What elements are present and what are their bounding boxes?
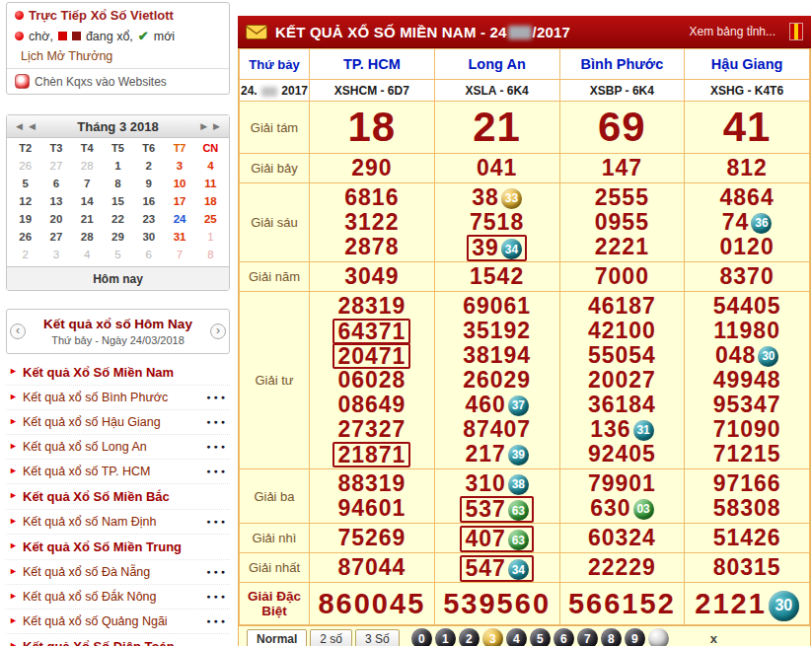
- calendar-day-header: T4: [72, 140, 103, 157]
- calendar-day[interactable]: 3: [164, 157, 194, 175]
- calendar-day[interactable]: 7: [164, 246, 194, 263]
- sidebar-link[interactable]: ►Kết quả xổ số Đà Nẵng●●●: [6, 560, 230, 585]
- province-header[interactable]: TP. HCM: [310, 49, 435, 80]
- prev-month-icon[interactable]: ◀: [26, 121, 38, 131]
- link-label: Kết quả Xổ Số Miền Trung: [23, 539, 182, 554]
- view-province-table-link[interactable]: Xem bảng tỉnh...: [690, 25, 775, 38]
- calendar-day[interactable]: 7: [72, 175, 103, 192]
- draw-code[interactable]: XSHG - K4T6: [685, 80, 810, 102]
- calendar-day[interactable]: 9: [133, 175, 164, 192]
- calendar-day[interactable]: 29: [103, 228, 133, 246]
- calendar-day[interactable]: 25: [195, 210, 226, 228]
- result-number: 69: [598, 104, 646, 150]
- calendar-day[interactable]: 27: [40, 228, 71, 246]
- digit-ball-7[interactable]: 7: [577, 628, 598, 646]
- digit-ball-5[interactable]: 5: [530, 628, 551, 646]
- calendar-day[interactable]: 13: [40, 192, 71, 210]
- bullet-arrow-icon: ►: [9, 516, 18, 526]
- draw-code[interactable]: XSHCM - 6D7: [310, 80, 435, 102]
- view-mode-button[interactable]: Normal: [247, 629, 307, 646]
- calendar-day[interactable]: 2: [133, 157, 164, 175]
- calendar-day[interactable]: 3: [40, 246, 71, 263]
- calendar-day[interactable]: 20: [40, 210, 71, 228]
- sidebar-link[interactable]: ►Kết quả xổ số Bình Phước●●●: [6, 386, 230, 410]
- sidebar-link[interactable]: ►Kết quả xổ số TP. HCM●●●: [6, 460, 230, 484]
- sidebar-section-link[interactable]: ►Kết quả Xổ Số Miền Nam: [6, 360, 230, 386]
- view-mode-button[interactable]: 2 số: [310, 629, 352, 646]
- calendar-day[interactable]: 8: [195, 246, 226, 263]
- calendar-day[interactable]: 26: [10, 157, 40, 175]
- calendar-day[interactable]: 6: [133, 246, 164, 263]
- result-number: 212130: [695, 588, 799, 619]
- calendar-day[interactable]: 5: [10, 175, 40, 192]
- digit-ball-2[interactable]: 2: [459, 628, 480, 646]
- digit-ball-3[interactable]: 3: [482, 628, 503, 646]
- digit-ball-4[interactable]: 4: [506, 628, 527, 646]
- results-wrap: Thứ bảy TP. HCMLong AnBình PhướcHậu Gian…: [238, 48, 811, 646]
- calendar-day[interactable]: 15: [103, 192, 133, 210]
- embed-link-row[interactable]: Chèn Kqxs vào Websites: [7, 68, 229, 92]
- province-header[interactable]: Long An: [434, 49, 559, 80]
- sidebar-section-link[interactable]: ►Kết quả Xổ Số Miền Trung: [6, 535, 230, 560]
- calendar-day[interactable]: 2: [10, 246, 40, 263]
- calendar-day[interactable]: 28: [72, 157, 103, 175]
- bullet-arrow-icon: ►: [9, 441, 18, 451]
- digit-ball-8[interactable]: 8: [601, 628, 622, 646]
- calendar-day[interactable]: 11: [195, 175, 226, 192]
- calendar-day[interactable]: 26: [10, 228, 40, 246]
- calendar-day[interactable]: 17: [164, 192, 194, 210]
- calendar-day[interactable]: 19: [10, 210, 40, 228]
- draw-code[interactable]: XSLA - 6K4: [434, 80, 559, 102]
- today-button[interactable]: Hôm nay: [7, 266, 229, 290]
- prize-cell: 147: [559, 154, 685, 183]
- sidebar-link[interactable]: ►Kết quả xổ số Nam Định●●●: [6, 510, 230, 535]
- calendar-day[interactable]: 24: [164, 210, 194, 228]
- prev-day-button[interactable]: ‹: [10, 323, 26, 339]
- today-title: Kết quả xổ số Hôm Nay: [27, 317, 209, 331]
- sidebar-link[interactable]: ►Kết quả xổ số Hậu Giang●●●: [6, 410, 230, 435]
- calendar-day[interactable]: 4: [72, 246, 103, 263]
- calendar-day[interactable]: 6: [40, 175, 71, 192]
- calendar-day[interactable]: 21: [72, 210, 103, 228]
- calendar-day[interactable]: 27: [40, 157, 71, 175]
- next-month-icon[interactable]: ▶: [197, 121, 210, 131]
- digit-ball-0[interactable]: 0: [411, 628, 432, 646]
- sidebar-link[interactable]: ►Kết quả xổ số Long An●●●: [6, 435, 230, 460]
- calendar-day[interactable]: 10: [164, 175, 194, 192]
- calendar-day[interactable]: 16: [133, 192, 164, 210]
- draw-code[interactable]: XSBP - 6K4: [559, 80, 685, 102]
- next-day-button[interactable]: ›: [210, 323, 226, 339]
- digit-ball-9[interactable]: 9: [625, 628, 645, 646]
- calendar-day[interactable]: 31: [164, 228, 194, 246]
- digit-ball-6[interactable]: 6: [554, 628, 574, 646]
- calendar-day[interactable]: 4: [195, 157, 226, 175]
- calendar-day[interactable]: 18: [195, 192, 226, 210]
- new-label: mới: [154, 30, 175, 43]
- blank-ball[interactable]: [648, 628, 669, 646]
- calendar-day[interactable]: 8: [103, 175, 133, 192]
- calendar-day[interactable]: 30: [133, 228, 164, 246]
- calendar-day[interactable]: 23: [133, 210, 164, 228]
- schedule-link[interactable]: Lịch Mở Thưởng: [7, 46, 229, 66]
- calendar-day[interactable]: 22: [103, 210, 133, 228]
- calendar-day[interactable]: 12: [10, 192, 40, 210]
- province-header[interactable]: Hậu Giang: [685, 49, 810, 80]
- next-year-icon[interactable]: ▶: [210, 121, 223, 131]
- calendar-day[interactable]: 1: [195, 228, 226, 246]
- sidebar-section-link[interactable]: ►Kết quả Xổ Số Miền Bắc: [6, 484, 230, 510]
- calendar-day[interactable]: 14: [72, 192, 103, 210]
- clear-filter[interactable]: x: [710, 631, 717, 646]
- sidebar-link[interactable]: ►Kết quả xổ số Đắk Nông●●●: [6, 585, 230, 610]
- view-mode-button[interactable]: 3 Số: [355, 629, 400, 646]
- prev-year-icon[interactable]: ◀: [13, 121, 26, 131]
- calendar-day[interactable]: 28: [72, 228, 103, 246]
- province-header[interactable]: Bình Phước: [559, 49, 685, 80]
- calendar-day[interactable]: 5: [103, 246, 133, 263]
- calendar-day-header: T5: [103, 140, 133, 157]
- sidebar-link[interactable]: ►Kết quả xổ số Quảng Ngãi●●●: [6, 610, 230, 634]
- digit-ball-1[interactable]: 1: [435, 628, 456, 646]
- results-body: Giải tám18216941Giải bảy290041147812Giải…: [240, 102, 810, 625]
- calendar-day[interactable]: 1: [103, 157, 133, 175]
- result-number: 539560: [443, 588, 551, 619]
- sidebar-section-link[interactable]: ►Kết quả Xổ Số Điện Toán: [6, 634, 230, 646]
